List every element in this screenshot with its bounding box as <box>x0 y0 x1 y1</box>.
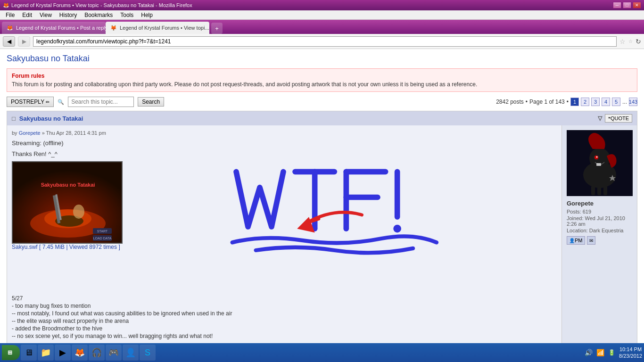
taskbar-icon-3[interactable]: ▶ <box>55 345 71 361</box>
tab-label-2: Legend of Krystal Forums • View topi... <box>120 25 209 31</box>
post-container: □ Sakyubasu no Tatakai ▽ ❝QUOTE by Gorep… <box>7 111 637 343</box>
file-views: Viewed 8972 times <box>69 244 117 250</box>
author-location: Location: Dark Equestria <box>567 228 632 233</box>
tab-view-topic[interactable]: 🦊 Legend of Krystal Forums • View topi..… <box>106 22 209 34</box>
menu-tools[interactable]: Tools <box>116 12 137 18</box>
post-author[interactable]: Gorepete <box>19 130 41 136</box>
skype-icon: S <box>145 348 150 358</box>
minimize-button[interactable]: ─ <box>613 2 621 8</box>
tab-label-1: Legend of Krystal Forums • Post a reply <box>16 25 106 31</box>
update-line-5: -- no sex scene yet, so if you manage to… <box>12 333 557 339</box>
post-sidebar: Gorepete Posts: 619 Joined: Wed Jul 21, … <box>561 125 637 343</box>
post-reply-button[interactable]: POSTREPLY ✏ <box>7 97 54 107</box>
title-bar: 🦊 Legend of Krystal Forums • View topic … <box>0 0 644 10</box>
svg-text:LOAD DATA: LOAD DATA <box>93 237 112 240</box>
forum-rules-text: This forum is for posting and collaborat… <box>12 81 632 88</box>
pm-button[interactable]: 👤 PM <box>567 236 585 245</box>
menu-bar: File Edit View History Bookmarks Tools H… <box>0 10 644 20</box>
svg-text:START: START <box>97 230 108 233</box>
file-bracket-close: ] <box>118 244 120 250</box>
file-size: 7.45 MiB <box>42 244 65 250</box>
pagination-right: 2842 posts • Page 1 of 143 • 1 2 3 4 5 .… <box>496 98 637 106</box>
time-display: 10:14 PM 8/23/2012 <box>619 346 642 360</box>
forward-button[interactable]: ▶ <box>18 36 30 47</box>
joined-label: Joined: <box>567 215 583 221</box>
tab-favicon-1: 🦊 <box>7 25 13 31</box>
update-line-3: -- the elite wasp will react properly in… <box>12 318 557 324</box>
browser-favicon: 🦊 <box>3 2 9 8</box>
tab-post-reply[interactable]: 🦊 Legend of Krystal Forums • Post a repl… <box>2 22 106 34</box>
bookmark-star-icon[interactable]: ☆ <box>619 38 626 45</box>
update-line-2: -- most notably, I found out what was ca… <box>12 310 557 317</box>
game-bg-svg: Sakyubasu no Tatakai START LOAD DATA <box>13 162 123 244</box>
pencil-icon: ✏ <box>46 99 50 105</box>
game-icon: 🎮 <box>108 347 119 358</box>
page-link-2[interactable]: 2 <box>581 98 589 106</box>
menu-view[interactable]: View <box>36 12 56 18</box>
game-thumbnail[interactable]: Sakyubasu no Tatakai START LOAD DATA <box>12 161 123 244</box>
page-title: Sakyubasu no Tatakai <box>7 54 637 64</box>
avatar-box <box>567 130 633 196</box>
taskbar-icon-4[interactable]: 🦊 <box>72 345 88 361</box>
menu-history[interactable]: History <box>56 12 81 18</box>
update-date: 5/27 <box>12 295 557 302</box>
page-link-3[interactable]: 3 <box>591 98 600 106</box>
author-posts: Posts: 619 <box>567 209 632 214</box>
taskbar-icon-6[interactable]: 🎮 <box>106 345 122 361</box>
back-button[interactable]: ◀ <box>3 36 15 47</box>
refresh-button[interactable]: ↻ <box>636 38 641 45</box>
forum-rules-title: Forum rules <box>12 73 632 79</box>
report-icon: ▽ <box>598 115 602 122</box>
pagination-ellipsis: ... <box>622 99 627 105</box>
menu-file[interactable]: File <box>2 12 18 18</box>
author-username[interactable]: Gorepete <box>567 200 632 207</box>
quote-marks-icon: ❝ <box>608 116 611 121</box>
post-toolbar: POSTREPLY ✏ 🔍 Search 2842 posts • Page 1… <box>7 97 637 107</box>
page-link-1[interactable]: 1 <box>570 98 579 106</box>
post-body: by Gorepete » Thu Apr 28, 2011 4:31 pm S… <box>7 125 637 343</box>
page-link-4[interactable]: 4 <box>602 98 610 106</box>
post-streaming: Streaming: (offline) <box>12 140 123 147</box>
search-button[interactable]: Search <box>138 97 164 107</box>
taskbar-icon-1[interactable]: 🖥 <box>21 345 37 361</box>
headset-icon: 🎧 <box>91 347 102 358</box>
taskbar-icon-8[interactable]: S <box>140 345 156 361</box>
taskbar: ⊞ 🖥 📁 ▶ 🦊 🎧 🎮 👤 S 🔊 📶 🔋 10:14 PM 8/23/20… <box>0 343 644 362</box>
windows-logo-icon: ⊞ <box>8 349 12 356</box>
search-input[interactable] <box>68 97 134 107</box>
taskbar-icon-2[interactable]: 📁 <box>38 345 54 361</box>
volume-icon[interactable]: 🔊 <box>585 349 593 356</box>
file-link-line: Sakyu.swf [ 7.45 MiB | Viewed 8972 times… <box>12 244 123 250</box>
menu-bookmarks[interactable]: Bookmarks <box>81 12 116 18</box>
wtf-drawing-area <box>127 140 557 290</box>
wtf-svg <box>224 149 460 281</box>
file-bracket-open: [ <box>39 244 42 250</box>
taskbar-icon-5[interactable]: 🎧 <box>89 345 105 361</box>
close-button[interactable]: ✕ <box>633 2 641 8</box>
taskbar-icon-7[interactable]: 👤 <box>123 345 139 361</box>
tab-bar: 🦊 Legend of Krystal Forums • Post a repl… <box>0 20 644 34</box>
start-button[interactable]: ⊞ <box>2 345 20 360</box>
email-button[interactable]: ✉ <box>587 236 595 245</box>
quote-button[interactable]: ❝QUOTE <box>605 114 632 123</box>
url-bar[interactable] <box>33 36 617 47</box>
author-joined: Joined: Wed Jul 21, 2010 2:26 am <box>567 215 632 227</box>
posts-label: Posts: <box>567 209 581 214</box>
new-tab-button[interactable]: + <box>211 23 223 34</box>
post-icon: □ <box>12 115 16 122</box>
page-link-5[interactable]: 5 <box>612 98 620 106</box>
maximize-button[interactable]: □ <box>623 2 631 8</box>
post-date: Thu Apr 28, 2011 4:31 pm <box>46 130 106 136</box>
desktop-icon: 🖥 <box>25 348 33 358</box>
svg-rect-28 <box>597 186 601 195</box>
post-date-sep: » <box>42 130 46 136</box>
network-icon[interactable]: 📶 <box>596 349 604 356</box>
menu-help[interactable]: Help <box>137 12 157 18</box>
clock-date: 8/23/2012 <box>619 353 642 359</box>
menu-edit[interactable]: Edit <box>18 12 36 18</box>
page-link-last[interactable]: 143 <box>629 98 637 106</box>
svg-rect-30 <box>596 163 601 166</box>
svg-text:Sakyubasu no Tatakai: Sakyubasu no Tatakai <box>41 182 95 188</box>
file-download-link[interactable]: Sakyu.swf <box>12 244 38 250</box>
update-notes: 5/27 - too many bug fixes to mention -- … <box>12 295 557 339</box>
